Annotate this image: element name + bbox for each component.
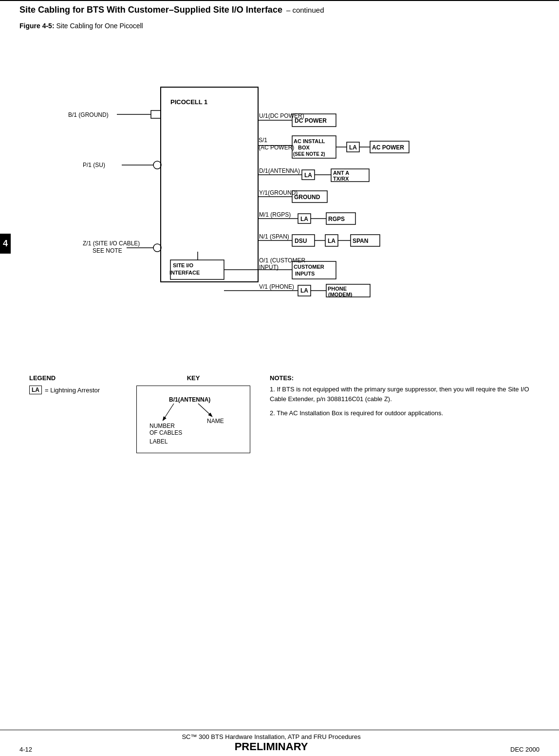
legend-key-area: LEGEND LA = Lightning Arrestor KEY B/1(A…: [29, 374, 250, 453]
svg-text:BOX: BOX: [298, 145, 310, 150]
svg-text:B/1 (GROUND): B/1 (GROUND): [68, 111, 109, 118]
svg-text:INPUT): INPUT): [259, 264, 279, 271]
svg-text:NAME: NAME: [207, 418, 224, 424]
figure-caption-text: Site Cabling for One Picocell: [56, 22, 143, 30]
svg-text:LA: LA: [304, 172, 312, 179]
legend-la-description: = Lightning Arrestor: [45, 387, 100, 394]
svg-text:PICOCELL 1: PICOCELL 1: [170, 98, 207, 106]
svg-line-81: [198, 404, 212, 416]
svg-rect-2: [151, 111, 161, 118]
figure-caption: Figure 4-5: Site Cabling for One Picocel…: [19, 22, 540, 30]
legend-item: LA = Lightning Arrestor: [29, 386, 107, 394]
diagram-area: PICOCELL 1 B/1 (GROUND) P/1 (SU) Z/1 (SI…: [19, 38, 540, 369]
svg-text:(SEE NOTE 2): (SEE NOTE 2): [293, 151, 325, 157]
diagram-svg: PICOCELL 1 B/1 (GROUND) P/1 (SU) Z/1 (SI…: [19, 38, 540, 369]
footer-preliminary: PRELIMINARY: [182, 740, 360, 753]
page-header: Site Cabling for BTS With Customer–Suppl…: [0, 0, 559, 17]
svg-text:Z/1 (SITE I/O CABLE): Z/1 (SITE I/O CABLE): [83, 240, 140, 247]
svg-text:GROUND: GROUND: [294, 194, 320, 201]
svg-rect-0: [161, 87, 258, 282]
svg-text:LA: LA: [349, 144, 357, 151]
svg-text:ANT A: ANT A: [333, 170, 349, 176]
page-container: Site Cabling for BTS With Customer–Suppl…: [0, 0, 559, 756]
svg-text:O/1 (CUSTOMER: O/1 (CUSTOMER: [259, 257, 305, 264]
footer-page-number: 4-12: [19, 746, 32, 753]
legend-la-box: LA: [29, 386, 42, 394]
key-diagram: B/1(ANTENNA) NAME NUMBER OF CABLES LABE: [136, 386, 250, 453]
header-title: Site Cabling for BTS With Customer–Suppl…: [19, 5, 282, 15]
svg-text:(MODEM): (MODEM): [328, 292, 353, 297]
svg-text:SPAN: SPAN: [353, 238, 368, 244]
svg-point-8: [153, 244, 161, 252]
svg-text:AC POWER: AC POWER: [372, 144, 404, 151]
svg-text:AC INSTALL: AC INSTALL: [294, 138, 325, 144]
svg-text:INPUTS: INPUTS: [295, 271, 315, 277]
svg-text:LABEL: LABEL: [149, 438, 168, 444]
svg-text:S/1: S/1: [259, 137, 267, 144]
svg-text:INTERFACE: INTERFACE: [169, 270, 200, 276]
svg-text:SITE I/O: SITE I/O: [173, 262, 194, 268]
header-continued: – continued: [286, 6, 324, 14]
svg-text:TX/RX: TX/RX: [333, 176, 349, 182]
svg-text:SEE NOTE: SEE NOTE: [93, 247, 122, 254]
svg-point-5: [153, 161, 161, 169]
legend-title: LEGEND: [29, 374, 107, 382]
svg-text:LA: LA: [300, 216, 308, 222]
figure-caption-bold: Figure 4-5:: [19, 22, 55, 30]
note1: 1. If BTS is not equipped with the prima…: [270, 385, 530, 404]
svg-text:RGPS: RGPS: [328, 216, 345, 222]
chapter-marker: 4: [0, 234, 11, 254]
svg-text:OF CABLES: OF CABLES: [149, 429, 182, 436]
key-svg: B/1(ANTENNA) NAME NUMBER OF CABLES LABE: [145, 391, 242, 444]
notes-title: NOTES:: [270, 374, 530, 382]
svg-text:DSU: DSU: [295, 238, 307, 244]
svg-text:DC POWER: DC POWER: [295, 117, 327, 124]
svg-text:M/1 (RGPS): M/1 (RGPS): [259, 211, 291, 218]
svg-text:PHONE: PHONE: [328, 286, 347, 292]
key-title: KEY: [136, 374, 250, 382]
page-footer: 4-12 SC™ 300 BTS Hardware Installation, …: [0, 730, 559, 756]
svg-text:P/1 (SU): P/1 (SU): [83, 162, 105, 168]
svg-text:LA: LA: [328, 238, 335, 244]
svg-text:LA: LA: [300, 287, 308, 294]
svg-line-80: [163, 404, 174, 420]
svg-text:NUMBER: NUMBER: [149, 423, 175, 429]
footer-date: DEC 2000: [510, 746, 540, 753]
bottom-section: LEGEND LA = Lightning Arrestor KEY B/1(A…: [19, 374, 540, 453]
note2: 2. The AC Installation Box is required f…: [270, 408, 530, 418]
svg-text:(AC POWER): (AC POWER): [259, 144, 294, 151]
svg-text:B/1(ANTENNA): B/1(ANTENNA): [169, 396, 210, 403]
footer-center-text: SC™ 300 BTS Hardware Installation, ATP a…: [182, 733, 360, 740]
legend-area: LEGEND LA = Lightning Arrestor: [29, 374, 107, 453]
main-content: Figure 4-5: Site Cabling for One Picocel…: [0, 17, 559, 463]
svg-text:N/1 (SPAN): N/1 (SPAN): [259, 233, 289, 240]
svg-text:CUSTOMER: CUSTOMER: [294, 264, 324, 270]
notes-area: NOTES: 1. If BTS is not equipped with th…: [270, 374, 530, 453]
svg-text:D/1(ANTENNA): D/1(ANTENNA): [259, 167, 300, 174]
key-area: KEY B/1(ANTENNA) NAME NUMBER: [136, 374, 250, 453]
svg-text:V/1 (PHONE): V/1 (PHONE): [259, 283, 294, 290]
footer-center: SC™ 300 BTS Hardware Installation, ATP a…: [182, 733, 360, 753]
